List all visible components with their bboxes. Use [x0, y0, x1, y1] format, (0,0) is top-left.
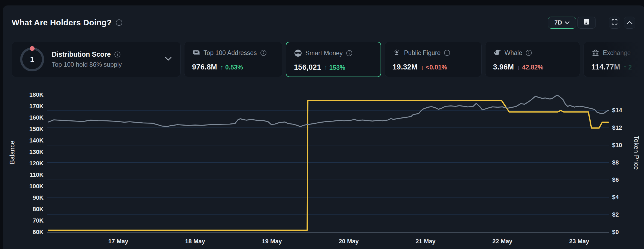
date-tick-label: 21 May	[415, 238, 435, 245]
price-tick-label: $10	[612, 142, 622, 149]
date-tick-label: 17 May	[108, 238, 128, 245]
date-tick-label: 18 May	[185, 238, 205, 245]
balance-tick-label: 100K	[29, 183, 44, 190]
price-axis-title: Token Price	[633, 136, 640, 170]
smart-money-balance-series	[48, 101, 608, 230]
date-tick-label: 19 May	[262, 238, 282, 245]
balance-tick-label: 160K	[29, 114, 44, 121]
balance-tick-label: 70K	[33, 217, 44, 224]
date-tick-label: 22 May	[492, 238, 512, 245]
balance-tick-label: 130K	[29, 148, 44, 156]
holders-panel: What Are Holders Doing? 7D	[3, 5, 644, 249]
balance-tick-label: 110K	[30, 171, 44, 178]
balance-tick-label: 170K	[29, 103, 44, 110]
dashboard-page: What Are Holders Doing? 7D	[0, 0, 644, 249]
price-tick-label: $12	[612, 124, 622, 131]
date-tick-label: 23 May	[569, 238, 589, 245]
balance-tick-label: 180K	[29, 91, 44, 98]
token-price-series	[48, 95, 608, 127]
price-tick-label: $0	[612, 229, 619, 236]
balance-tick-label: 60K	[33, 229, 44, 236]
balance-tick-label: 90K	[33, 194, 44, 201]
balance-tick-label: 140K	[29, 137, 44, 144]
balance-tick-label: 150K	[29, 126, 44, 133]
chart-canvas	[3, 5, 644, 249]
balance-tick-label: 120K	[29, 160, 44, 167]
holders-chart[interactable]: 60K70K80K90K100K110K120K130K140K150K160K…	[3, 5, 644, 249]
price-tick-label: $2	[612, 211, 619, 218]
price-tick-label: $6	[612, 176, 619, 183]
date-tick-label: 20 May	[339, 238, 359, 245]
balance-tick-label: 80K	[33, 206, 44, 213]
price-tick-label: $4	[612, 194, 619, 201]
price-tick-label: $14	[612, 107, 622, 114]
price-tick-label: $8	[612, 159, 619, 166]
balance-axis-title: Balance	[9, 141, 16, 164]
